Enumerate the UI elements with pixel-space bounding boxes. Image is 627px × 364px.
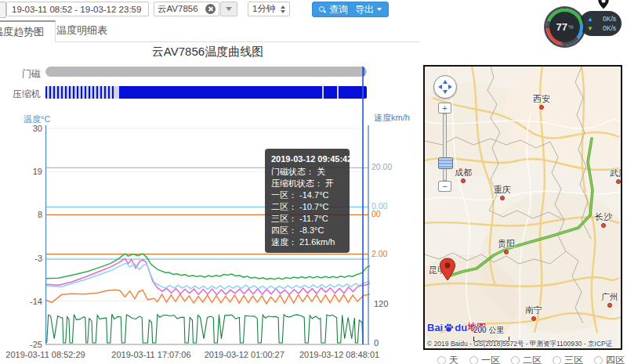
chart-tooltip: 2019-03-12 09:45:42 门磁状态： 关压缩机状态： 开一区： -… [265, 149, 350, 253]
y-right-tick-label: 0 [374, 338, 379, 348]
hover-crosshair-line [362, 67, 364, 344]
map-panel[interactable]: 兰州西安成都重庆贵阳长沙武汉南宁广州昆明 + − Bai du 地图 [423, 65, 622, 350]
tooltip-line: 门磁状态： 关 [271, 166, 343, 178]
pan-up-icon[interactable] [443, 80, 448, 84]
export-button-label: 导出 [355, 3, 374, 16]
tooltip-line: 三区： -11.7°C [271, 213, 343, 225]
city-label: 武汉 [610, 168, 622, 179]
export-button[interactable]: 导出 [348, 2, 389, 17]
zoom-slider-track[interactable] [443, 114, 447, 181]
zoom-out-button[interactable]: − [438, 181, 451, 192]
pan-right-icon[interactable] [448, 85, 452, 89]
net-speed-pill: ▲ 0K/s ▼ 0K/s [579, 11, 622, 36]
vehicle-pin-icon[interactable] [438, 258, 457, 283]
city-dot-icon [500, 196, 505, 200]
temp-series-四区 [45, 254, 370, 279]
gauge-percent-unit: % [568, 23, 574, 31]
y-right-tick-label: 120 [374, 299, 388, 308]
clear-icon[interactable] [205, 4, 216, 14]
legend-item-四区[interactable]: 四区 [594, 354, 625, 364]
download-row: ▼ 0K/s [587, 24, 616, 33]
legend-item-三区[interactable]: 三区 [553, 354, 583, 364]
pan-down-icon[interactable] [443, 90, 448, 94]
city-label: 南宁 [525, 305, 542, 316]
speed-series [47, 314, 363, 343]
tooltip-line: 四区： -8.3°C [271, 225, 343, 236]
device-tag-label: 云AV7856 [158, 3, 198, 15]
legend-item-一区[interactable]: 一区 [469, 354, 500, 364]
compressor-cycling-segment [45, 86, 116, 99]
legend-radio-icon[interactable] [511, 356, 520, 364]
upload-speed: 0K/s [603, 15, 616, 23]
compressor-status-bar[interactable] [45, 86, 367, 99]
legend-label: 四区 [606, 354, 625, 364]
x-tick-label: 2019-03-11 08:52:29 [0, 350, 96, 359]
interval-value: 1分钟 [252, 3, 275, 15]
legend-item-二区[interactable]: 二区 [511, 354, 542, 364]
download-arrow-icon: ▼ [587, 24, 593, 33]
upload-arrow-icon: ▲ [587, 15, 593, 23]
location-pin-icon [595, 0, 612, 10]
tab-detail-table[interactable]: 温度明细表 [45, 20, 118, 41]
city-label: 贵阳 [498, 238, 515, 250]
y-tick-label: 8 [22, 210, 42, 219]
gauge-percent: 77 [556, 21, 567, 33]
y-tick-label: -3 [22, 254, 42, 263]
tooltip-line: 速度： 21.6km/h [271, 236, 343, 248]
device-select[interactable]: 云AV7856 [154, 2, 219, 16]
city-label: 西安 [533, 93, 550, 105]
temp-series-一区 [45, 290, 370, 304]
tooltip-line: 一区： -14.7°C [271, 189, 343, 201]
legend-radio-icon[interactable] [437, 356, 446, 364]
city-dot-icon [616, 179, 621, 184]
network-monitor-widget[interactable]: ▲ 0K/s ▼ 0K/s 77 % [546, 0, 625, 47]
map-attribution: © 2019 Baidu - GS(2018)5572号 - 甲测资字11009… [427, 340, 622, 349]
upload-row: ▲ 0K/s [587, 15, 616, 23]
door-status-bar[interactable] [45, 67, 367, 77]
tooltip-line: 二区： -10.7°C [271, 201, 343, 213]
legend-radio-icon[interactable] [553, 356, 561, 364]
baidu-paw-icon [444, 323, 454, 333]
app-screen: 19-03-11 08:52 - 19-03-12 23:59 云AV7856 … [0, 0, 627, 364]
stepper-arrows-icon[interactable] [281, 5, 285, 13]
zoom-slider-handle[interactable] [438, 157, 453, 169]
clipped-calendar-icon[interactable] [0, 2, 6, 18]
x-tick-label: 2019-03-12 01:00:27 [194, 350, 295, 359]
zone-legend: 天一区二区三区四区 [437, 354, 625, 364]
legend-label: 三区 [564, 354, 583, 364]
pan-left-icon[interactable] [438, 85, 442, 89]
legend-label: 二区 [523, 354, 542, 364]
city-label: 长沙 [595, 211, 612, 223]
y-tick-label: 19 [22, 167, 42, 176]
device-dropdown-button[interactable] [220, 2, 237, 16]
map-city-长沙: 长沙 [601, 223, 606, 228]
legend-radio-icon[interactable] [594, 356, 603, 364]
map-city-武汉: 武汉 [616, 179, 621, 184]
map-city-重庆: 重庆 [500, 196, 505, 200]
legend-label: 天 [449, 354, 458, 364]
y-tick-label: 30 [22, 124, 42, 133]
zoom-in-button[interactable]: + [438, 103, 451, 114]
threshold-value-label: 2.00 [371, 249, 387, 258]
cpu-gauge[interactable]: 77 % [546, 9, 583, 45]
map-pan-control[interactable] [433, 75, 457, 99]
map-scale-label: 200 公里 [473, 326, 504, 334]
y-axis-right-title: 速度km/h [374, 112, 410, 124]
legend-radio-icon[interactable] [469, 356, 478, 364]
city-dot-icon [531, 316, 536, 321]
query-button-label: 查询 [329, 3, 348, 16]
threshold-value-label: 00 [371, 209, 381, 218]
map-city-南宁: 南宁 [531, 316, 536, 321]
compressor-off-gap [114, 86, 119, 99]
date-range-input[interactable]: 19-03-11 08:52 - 19-03-12 23:59 [6, 2, 149, 16]
legend-item-天[interactable]: 天 [437, 354, 458, 364]
search-icon [319, 6, 326, 13]
city-label: 成都 [455, 167, 472, 178]
chart-title: 云AV7856温度曲线图 [45, 45, 370, 59]
map-scale: 200 公里 [473, 325, 509, 341]
y-tick-label: -14 [22, 297, 42, 306]
chevron-down-icon [226, 7, 232, 11]
interval-stepper[interactable]: 1分钟 [248, 2, 290, 16]
x-tick-label: 2019-03-11 17:07:06 [100, 350, 202, 359]
export-caret-icon [377, 8, 382, 11]
